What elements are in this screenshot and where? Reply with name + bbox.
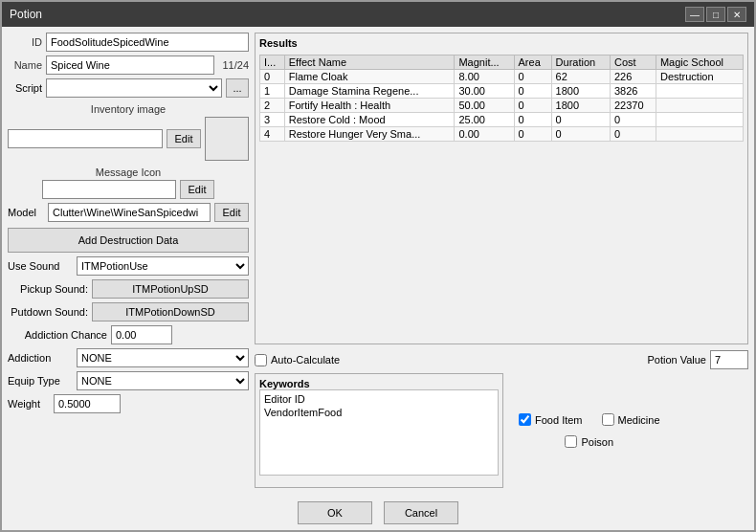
keyword-item: VendorItemFood — [264, 406, 494, 419]
food-item-checkbox[interactable] — [519, 413, 531, 426]
name-input[interactable] — [46, 55, 214, 75]
cell-magnitude: 25.00 — [455, 113, 514, 127]
inventory-image-section: Inventory image Edit — [8, 101, 249, 161]
inventory-edit-button[interactable]: Edit — [167, 129, 201, 148]
message-icon-input[interactable] — [42, 180, 176, 199]
cell-effect: Damage Stamina Regene... — [284, 84, 455, 99]
inventory-image-row: Edit — [8, 117, 249, 161]
weight-input[interactable] — [54, 394, 121, 413]
cell-cost: 226 — [610, 70, 656, 84]
use-sound-select[interactable]: ITMPotionUse — [77, 256, 249, 276]
message-icon-row: Edit — [42, 180, 214, 199]
cell-magnitude: 8.00 — [455, 70, 514, 84]
maximize-button[interactable]: □ — [706, 7, 725, 22]
window-title: Potion — [10, 8, 42, 21]
cell-magnitude: 0.00 — [455, 127, 514, 142]
cell-duration: 62 — [551, 70, 610, 84]
results-table: I... Effect Name Magnit... Area Duration… — [259, 55, 744, 142]
cell-magnitude: 30.00 — [455, 84, 514, 99]
browse-button[interactable]: ... — [226, 78, 249, 98]
cell-school — [656, 113, 743, 127]
cell-area: 0 — [514, 113, 551, 127]
addiction-row: Addiction NONE — [8, 348, 249, 367]
message-icon-edit-button[interactable]: Edit — [180, 180, 214, 199]
bottom-buttons: OK Cancel — [2, 494, 754, 530]
model-input[interactable] — [48, 203, 211, 222]
cell-effect: Restore Cold : Mood — [284, 113, 455, 127]
name-label: Name — [8, 59, 42, 71]
addiction-select[interactable]: NONE — [77, 348, 249, 367]
cell-cost: 22370 — [610, 99, 656, 113]
results-title: Results — [259, 37, 744, 49]
model-edit-button[interactable]: Edit — [214, 203, 249, 222]
table-row[interactable]: 2Fortify Health : Health50.000180022370 — [260, 99, 744, 113]
id-input[interactable] — [46, 33, 249, 52]
keywords-list[interactable]: Editor IDVendorItemFood — [259, 389, 499, 476]
top-checkbox-row: Food Item Medicine — [519, 413, 660, 426]
cell-duration: 0 — [551, 113, 610, 127]
cell-area: 0 — [514, 70, 551, 84]
putdown-sound-button[interactable]: ITMPotionDownSD — [92, 302, 249, 321]
script-row: Script ... — [8, 78, 249, 98]
inventory-image-preview — [205, 117, 249, 161]
left-panel: ID Name 11/24 Script ... Inventory image — [8, 33, 249, 488]
results-group: Results I... Effect Name Magnit... Area … — [255, 33, 748, 344]
cell-effect: Restore Hunger Very Sma... — [284, 127, 455, 142]
medicine-label: Medicine — [618, 414, 660, 426]
table-row[interactable]: 1Damage Stamina Regene...30.00018003826 — [260, 84, 744, 99]
potion-value-row: Potion Value — [647, 350, 748, 369]
cell-school — [656, 127, 743, 142]
auto-calc-label: Auto-Calculate — [271, 354, 340, 366]
putdown-sound-row: Putdown Sound: ITMPotionDownSD — [8, 302, 249, 321]
addiction-chance-row: Addiction Chance — [8, 325, 249, 344]
addiction-chance-input[interactable] — [111, 325, 172, 344]
right-panel: Results I... Effect Name Magnit... Area … — [255, 33, 748, 488]
bottom-checkbox-row: Poison — [519, 435, 660, 448]
use-sound-label: Use Sound — [8, 260, 73, 272]
script-select[interactable] — [46, 78, 222, 98]
food-item-checkbox-item: Food Item — [519, 413, 583, 426]
keywords-title: Keywords — [259, 378, 310, 389]
cell-effect: Flame Cloak — [284, 70, 455, 84]
title-bar-buttons: — □ ✕ — [685, 7, 746, 22]
addiction-label: Addiction — [8, 352, 73, 364]
id-row: ID — [8, 33, 249, 52]
cell-cost: 3826 — [610, 84, 656, 99]
message-icon-label: Message Icon — [96, 166, 161, 178]
auto-calc-checkbox[interactable] — [255, 354, 267, 366]
ok-button[interactable]: OK — [298, 501, 372, 524]
cell-duration: 0 — [551, 127, 610, 142]
table-row[interactable]: 3Restore Cold : Mood25.00000 — [260, 113, 744, 127]
minimize-button[interactable]: — — [685, 7, 704, 22]
cell-duration: 1800 — [551, 99, 610, 113]
keyword-item: Editor ID — [264, 392, 494, 406]
addiction-chance-label: Addiction Chance — [8, 329, 107, 341]
cell-cost: 0 — [610, 113, 656, 127]
table-row[interactable]: 0Flame Cloak8.00062226Destruction — [260, 70, 744, 84]
pickup-sound-button[interactable]: ITMPotionUpSD — [92, 279, 249, 299]
cell-area: 0 — [514, 84, 551, 99]
col-index: I... — [260, 55, 285, 70]
cell-cost: 0 — [610, 127, 656, 142]
cancel-button[interactable]: Cancel — [384, 501, 458, 524]
poison-label: Poison — [581, 436, 613, 448]
table-row[interactable]: 4Restore Hunger Very Sma...0.00000 — [260, 127, 744, 142]
title-bar: Potion — □ ✕ — [2, 2, 754, 27]
poison-checkbox[interactable] — [565, 435, 577, 448]
auto-calc-row: Auto-Calculate Potion Value — [255, 350, 748, 369]
equip-type-select[interactable]: NONE — [77, 371, 249, 390]
cell-index: 1 — [260, 84, 285, 99]
cell-magnitude: 50.00 — [455, 99, 514, 113]
add-destruction-button[interactable]: Add Destruction Data — [8, 228, 249, 253]
medicine-checkbox-item: Medicine — [602, 413, 660, 426]
potion-value-input[interactable] — [710, 350, 748, 369]
medicine-checkbox[interactable] — [602, 413, 614, 426]
checkboxes-section: Food Item Medicine Poison — [511, 373, 668, 488]
name-counter: 11/24 — [218, 59, 249, 71]
potion-value-label: Potion Value — [647, 354, 706, 366]
inventory-image-input[interactable] — [8, 129, 163, 148]
main-window: Potion — □ ✕ ID Name 11/24 Script — [0, 0, 756, 532]
model-label: Model — [8, 207, 44, 218]
close-button[interactable]: ✕ — [727, 7, 746, 22]
col-school: Magic School — [656, 55, 743, 70]
